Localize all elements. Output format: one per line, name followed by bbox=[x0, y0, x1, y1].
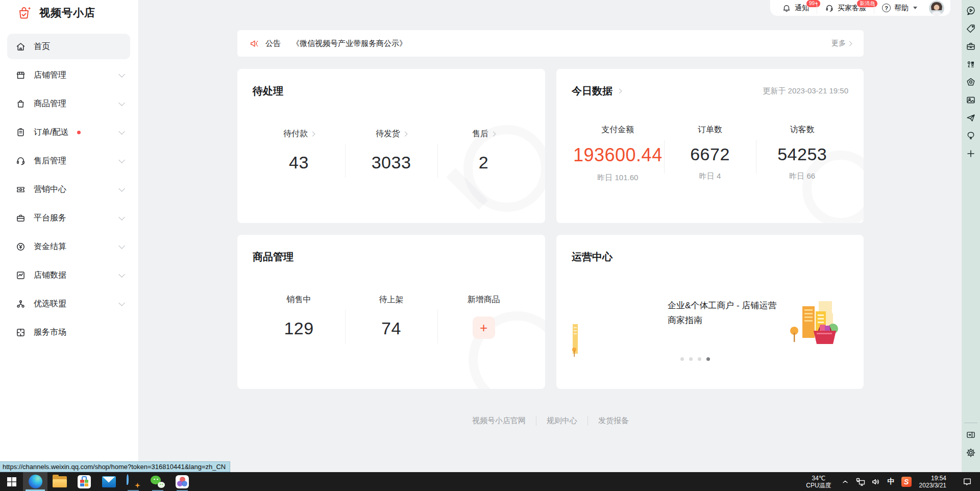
taskbar-app-file-explorer[interactable] bbox=[47, 472, 72, 491]
notifications-button[interactable]: 通知 99+ bbox=[774, 3, 817, 14]
shop-logo-icon bbox=[15, 4, 33, 21]
chevron-right-icon bbox=[617, 89, 622, 94]
sidebar-item-shop-mgmt[interactable]: 店铺管理 bbox=[7, 62, 130, 88]
sidebar-item-orders[interactable]: 订单/配送 bbox=[7, 119, 130, 145]
buyer-service-button[interactable]: 买家客服 新消息 bbox=[817, 3, 874, 14]
sidebar-item-service-market[interactable]: 服务市场 bbox=[7, 320, 130, 345]
stat-link[interactable]: 销售中 bbox=[287, 294, 311, 305]
start-button[interactable] bbox=[0, 472, 23, 491]
chevron-right-icon bbox=[403, 132, 408, 137]
chevron-down-icon bbox=[118, 242, 125, 249]
paper-plane-icon[interactable] bbox=[965, 112, 976, 124]
sogou-ime-icon[interactable]: S bbox=[899, 472, 914, 491]
footer-links: 视频号小店官网 规则中心 发货报备 bbox=[237, 416, 864, 426]
sidebar-item-platform[interactable]: 平台服务 bbox=[7, 205, 130, 231]
product-mgmt-card: 商品管理 销售中 129 待上架 74 新增商品 + bbox=[237, 235, 545, 389]
briefcase-icon bbox=[15, 213, 26, 224]
carousel-dot-1[interactable] bbox=[680, 357, 684, 361]
cpu-temp-widget[interactable]: 34℃ CPU温度 bbox=[806, 475, 831, 489]
chevron-down-icon bbox=[118, 128, 125, 135]
taskbar-app-qq-chat[interactable] bbox=[121, 472, 145, 491]
dev-tools-icon bbox=[176, 475, 189, 488]
user-avatar[interactable] bbox=[929, 1, 944, 16]
stat-link[interactable]: 待付款 bbox=[283, 129, 314, 139]
network-status-icon[interactable] bbox=[853, 472, 868, 491]
settings-gear-icon[interactable] bbox=[965, 447, 976, 458]
chess-icon[interactable] bbox=[965, 59, 976, 70]
stat-link[interactable]: 待发货 bbox=[376, 129, 407, 139]
taskbar-app-wechat[interactable] bbox=[145, 472, 170, 491]
taskbar-app-edge[interactable] bbox=[23, 472, 47, 491]
notification-dot bbox=[77, 131, 81, 134]
puzzle-icon bbox=[15, 327, 26, 338]
pentagon-icon[interactable] bbox=[965, 77, 976, 88]
carousel-dot-4-active[interactable] bbox=[706, 357, 710, 361]
stat-link[interactable]: 待上架 bbox=[379, 294, 404, 305]
action-center-icon[interactable] bbox=[960, 472, 975, 491]
dock-divider bbox=[964, 423, 977, 423]
tag-icon[interactable] bbox=[965, 23, 976, 34]
footer-link-rules-center[interactable]: 规则中心 bbox=[536, 416, 587, 426]
sidebar-item-product-mgmt[interactable]: 商品管理 bbox=[7, 91, 130, 116]
card-title-link[interactable]: 今日数据 bbox=[572, 84, 621, 98]
chevron-right-icon bbox=[491, 132, 496, 137]
sidebar-item-home[interactable]: 首页 bbox=[7, 34, 130, 59]
plus-icon[interactable] bbox=[965, 148, 976, 159]
sidebar-item-marketing[interactable]: 营销中心 bbox=[7, 177, 130, 202]
ms-store-icon bbox=[78, 475, 91, 488]
stat-link[interactable]: 售后 bbox=[472, 129, 495, 139]
taskbar-app-dev-tools[interactable] bbox=[170, 472, 194, 491]
taskbar-app-mail[interactable] bbox=[96, 472, 121, 491]
footer-link-official-site[interactable]: 视频号小店官网 bbox=[462, 416, 536, 426]
sidebar-item-alliance[interactable]: 优选联盟 bbox=[7, 291, 130, 316]
sidebar-item-aftersale[interactable]: 售后管理 bbox=[7, 148, 130, 174]
sidebar-item-label: 店铺数据 bbox=[34, 270, 66, 281]
chevron-down-icon bbox=[118, 157, 125, 163]
card-title: 运营中心 bbox=[572, 250, 612, 264]
network-icon bbox=[15, 299, 26, 309]
taskbar-app-ms-store[interactable] bbox=[72, 472, 96, 491]
help-menu-button[interactable]: ? 帮助 bbox=[874, 3, 925, 14]
sidebar-item-label: 营销中心 bbox=[34, 184, 66, 195]
ime-language-indicator[interactable]: 中 bbox=[884, 472, 899, 491]
carousel-dot-3[interactable] bbox=[698, 357, 701, 361]
updated-timestamp: 更新于 2023-03-21 19:50 bbox=[763, 86, 848, 96]
carousel-dot-2[interactable] bbox=[689, 357, 693, 361]
tree-icon[interactable] bbox=[965, 130, 976, 141]
screenshot-icon[interactable] bbox=[965, 94, 976, 106]
announcement-label: 公告 bbox=[265, 39, 281, 48]
toolbox-icon[interactable] bbox=[965, 41, 976, 52]
stat-value: 2 bbox=[437, 153, 530, 173]
storefront-icon bbox=[15, 70, 26, 81]
announcement-more-button[interactable]: 更多 bbox=[831, 39, 851, 48]
stat-yesterday: 昨日 66 bbox=[756, 171, 848, 181]
clock-widget[interactable]: 19:54 2023/3/21 bbox=[919, 475, 946, 489]
volume-icon[interactable] bbox=[868, 472, 884, 491]
announcement-link[interactable]: 《微信视频号产业带服务商公示》 bbox=[292, 39, 407, 48]
chat-logo-icon[interactable] bbox=[965, 5, 976, 16]
today-stat-payment: 支付金额 193600.44 昨日 101.60 bbox=[572, 125, 664, 193]
pending-stat-unpaid: 待付款 43 bbox=[253, 129, 345, 183]
stat-value: 6672 bbox=[664, 144, 756, 164]
help-icon: ? bbox=[882, 4, 891, 12]
sidebar-item-label: 资金结算 bbox=[34, 241, 66, 252]
sidebar-item-funds[interactable]: 资金结算 bbox=[7, 234, 130, 259]
sidebar-item-label: 店铺管理 bbox=[34, 70, 66, 81]
browser-extension-dock bbox=[962, 0, 980, 472]
operations-card: 运营中心 企业&个体工商户 - 店铺运营 商家指南 bbox=[556, 235, 864, 389]
sidebar-item-label: 服务市场 bbox=[34, 327, 66, 338]
carousel-slide-title[interactable]: 企业&个体工商户 - 店铺运营 商家指南 bbox=[668, 298, 795, 328]
chevron-right-icon bbox=[310, 132, 315, 137]
add-product-button[interactable]: + bbox=[473, 316, 495, 339]
chevron-right-icon bbox=[847, 41, 852, 46]
app-title: 视频号小店 bbox=[39, 6, 95, 20]
announcement-bar: 公告 《微信视频号产业带服务商公示》 更多 bbox=[237, 30, 864, 57]
collapse-panel-icon[interactable] bbox=[965, 429, 976, 440]
sidebar-item-shop-data[interactable]: 店铺数据 bbox=[7, 262, 130, 288]
windows-taskbar: 34℃ CPU温度 中 S 19:54 2023/3/21 bbox=[0, 472, 980, 491]
tray-expand-chevron-icon[interactable] bbox=[838, 472, 853, 491]
footer-link-shipping-report[interactable]: 发货报备 bbox=[587, 416, 639, 426]
system-tray: 34℃ CPU温度 中 S 19:54 2023/3/21 bbox=[806, 472, 980, 491]
chart-icon bbox=[15, 270, 26, 281]
help-label: 帮助 bbox=[894, 4, 909, 13]
